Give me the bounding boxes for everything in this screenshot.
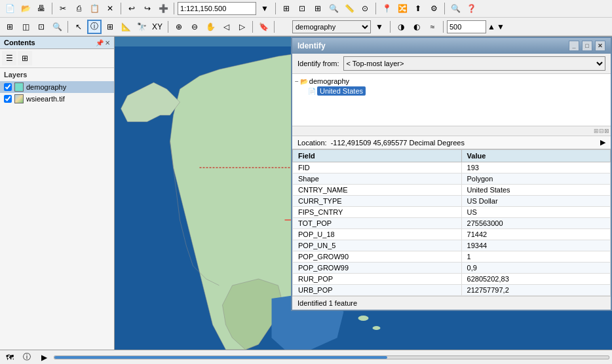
layer-checkbox-demography[interactable] [4, 83, 12, 91]
location-bar: Location: -112,491509 45,695577 Decimal … [292, 136, 611, 149]
dialog-restore-btn[interactable]: □ [582, 41, 592, 51]
bookmark-btn[interactable]: 🔖 [256, 20, 271, 34]
tools-button[interactable]: ⚙ [427, 1, 441, 16]
details-view-btn[interactable]: ⊞ [18, 51, 32, 65]
attribute-table[interactable]: Field Value FID193ShapePolygonCNTRY_NAME… [292, 149, 611, 296]
zoom-full-button[interactable]: ⊞ [279, 1, 294, 16]
location-value: -112,491509 45,695577 Decimal Degrees [331, 139, 596, 147]
progress-fill [54, 356, 387, 359]
goto-button[interactable]: ⊙ [358, 1, 372, 16]
zoom-all-button[interactable]: ⊞ [3, 20, 17, 34]
layer-icon-demography [14, 82, 24, 92]
tree-parent-label: demography [309, 77, 349, 85]
sep11 [390, 21, 391, 33]
table-row: FID193 [293, 162, 611, 173]
layer-icon [278, 20, 291, 33]
layer-checkbox-raster[interactable] [4, 95, 12, 103]
dialog-minimize-btn[interactable]: _ [569, 41, 579, 51]
measure2-btn[interactable]: 📐 [119, 20, 133, 34]
location-label: Location: [297, 139, 327, 147]
add-data-button[interactable]: ➕ [156, 1, 170, 16]
zoom-in2-btn[interactable]: ⊕ [172, 20, 186, 34]
print-button[interactable]: 🖶 [34, 1, 48, 16]
find2-btn[interactable]: 🔭 [134, 20, 149, 34]
zoom-out-btn[interactable]: ⊖ [187, 20, 202, 34]
col-field: Field [293, 150, 462, 162]
scale-down-btn[interactable]: ▼ [497, 20, 505, 34]
layer-selector[interactable]: demography [292, 20, 371, 33]
table-row: ShapePolygon [293, 173, 611, 185]
tree-parent[interactable]: − 📂 demography [295, 77, 608, 86]
zoom-in-button[interactable]: 🔍 [50, 20, 64, 34]
dialog-toolbar: Identify from: < Top-most layer> [292, 54, 611, 74]
layer-dropdown-btn[interactable]: ▼ [372, 20, 387, 34]
new-button[interactable]: 📄 [3, 1, 17, 16]
help-button[interactable]: ❓ [464, 1, 478, 16]
zoom-layer-button[interactable]: ⊡ [295, 1, 309, 16]
status-play-btn[interactable]: ▶ [37, 350, 51, 365]
sep1 [52, 3, 52, 14]
coord-input[interactable] [178, 2, 256, 15]
find-button[interactable]: 🔍 [326, 1, 341, 16]
redo-button[interactable]: ↪ [140, 1, 155, 16]
map-area[interactable]: Identify _ □ ✕ Identify from: < Top-most… [115, 37, 612, 350]
location-scroll[interactable]: ▶ [600, 138, 605, 147]
coord-dropdown[interactable]: ▼ [258, 1, 272, 16]
svg-point-2 [373, 326, 381, 330]
panel-close-btn[interactable]: ✕ [105, 39, 110, 46]
status-map-btn[interactable]: 🗺 [3, 350, 17, 365]
dialog-footer: Identified 1 feature [292, 296, 611, 310]
identify-from-select[interactable]: < Top-most layer> [343, 56, 605, 71]
xy-btn[interactable]: XY [150, 20, 164, 34]
list-view-btn[interactable]: ☰ [2, 51, 16, 65]
sep12 [443, 21, 444, 33]
open-button[interactable]: 📂 [18, 1, 33, 16]
cut-button[interactable]: ✂ [56, 1, 70, 16]
table-row: POP_GROW990,9 [293, 263, 611, 274]
table-row: URB_POP212757797,2 [293, 285, 611, 296]
zoom-select2-button[interactable]: ⊡ [34, 20, 48, 34]
table-btn[interactable]: ⊞ [103, 20, 117, 34]
route-button[interactable]: 🔀 [395, 1, 410, 16]
copy-button[interactable]: ⎙ [71, 1, 86, 16]
sep4 [275, 3, 276, 14]
add-pin-button[interactable]: 📍 [379, 1, 394, 16]
status-info-btn[interactable]: ⓘ [20, 350, 34, 365]
geocode-button[interactable]: ⬆ [411, 1, 425, 16]
layer-item-demography[interactable]: demography [0, 81, 114, 93]
tree-expand-icon[interactable]: − [295, 78, 299, 85]
col-value: Value [461, 150, 610, 162]
zoom-layer2-button[interactable]: ◫ [18, 20, 33, 34]
dialog-close-btn[interactable]: ✕ [595, 41, 605, 51]
select-btn[interactable]: ↖ [71, 20, 86, 34]
identify-btn[interactable]: ⓘ [87, 20, 102, 34]
dialog-title-buttons: _ □ ✕ [569, 41, 605, 51]
dialog-resize-bar: ⊞⊟⊠ [292, 126, 611, 136]
zoom-back-btn[interactable]: ◁ [219, 20, 233, 34]
table-row: POP_U_1871442 [293, 229, 611, 240]
contrast-btn[interactable]: ◐ [410, 20, 424, 34]
layer-item-raster[interactable]: wsieearth.tif [0, 93, 114, 105]
tree-child-item[interactable]: 📄 United States [308, 86, 608, 96]
undo-button[interactable]: ↩ [124, 1, 139, 16]
measure-button[interactable]: 📏 [342, 1, 356, 16]
panel-pin-btn[interactable]: 📌 [96, 39, 104, 46]
panel-toolbar: ☰ ⊞ [0, 49, 114, 68]
sep8 [168, 21, 168, 33]
delete-button[interactable]: ✕ [103, 1, 117, 16]
tree-view[interactable]: − 📂 demography 📄 United States [292, 74, 611, 126]
table-row: FIPS_CNTRYUS [293, 207, 611, 218]
stretch-btn[interactable]: ≈ [425, 20, 440, 34]
paste-button[interactable]: 📋 [87, 1, 102, 16]
sep5 [375, 3, 376, 14]
identify-from-label: Identify from: [297, 60, 339, 67]
scale-input[interactable] [447, 20, 486, 33]
zoom-fwd-btn[interactable]: ▷ [235, 20, 249, 34]
search-button[interactable]: 🔍 [448, 1, 463, 16]
opacity-btn[interactable]: ◑ [394, 20, 408, 34]
pan-btn[interactable]: ✋ [203, 20, 218, 34]
zoom-select-button[interactable]: ⊞ [311, 1, 325, 16]
sep7 [67, 21, 68, 33]
tree-folder-icon: 📂 [300, 78, 308, 85]
scale-up-btn[interactable]: ▲ [488, 20, 495, 34]
